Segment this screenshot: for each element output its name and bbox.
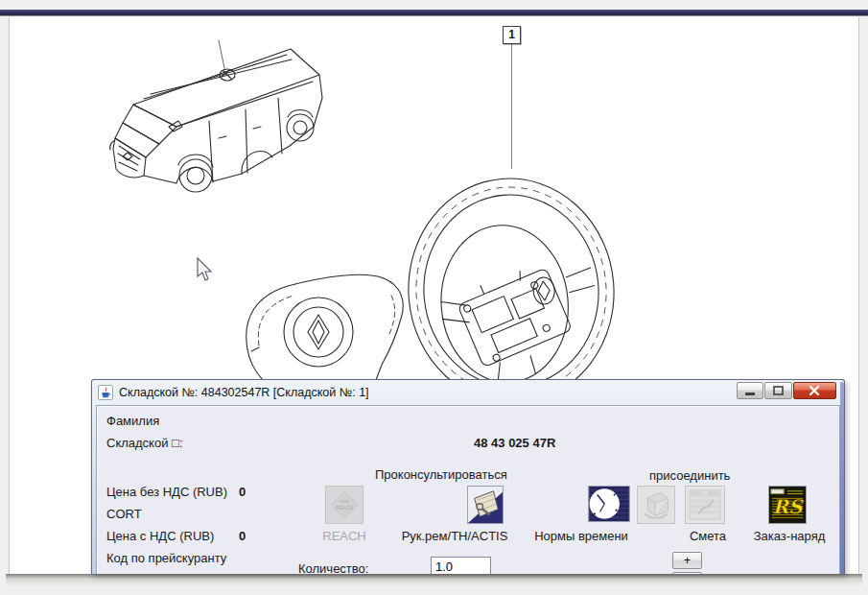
mouse-cursor — [196, 257, 213, 282]
svg-text:REACH: REACH — [336, 505, 353, 511]
price-inc-vat-label: Цена с НДС (RUB) — [106, 529, 214, 543]
actis-manual-icon — [467, 486, 504, 524]
dialog-client-area: Фамилия Складской □: 48 43 025 47R Проко… — [96, 405, 840, 574]
top-accent-bar — [0, 10, 868, 16]
work-order-icon: RS — [768, 486, 807, 524]
svg-text:RS: RS — [773, 495, 805, 518]
attach-cube-icon — [637, 486, 675, 524]
screenshot-root: { "colors": { "accent_navy": "#32325c", … — [0, 0, 868, 595]
quantity-decrement-button[interactable] — [672, 572, 702, 574]
stock-item-dialog: Складской №: 484302547R [Складской №: 1]… — [91, 379, 845, 574]
quantity-increment-button[interactable]: + — [672, 552, 702, 569]
svg-text:Info: Info — [340, 498, 349, 504]
work-order-button[interactable]: RS — [768, 486, 807, 524]
quantity-input[interactable] — [431, 557, 491, 574]
window-drop-shadow — [6, 574, 862, 586]
estimate-button[interactable] — [685, 486, 725, 524]
stock-number-label: Складской □: — [106, 436, 183, 450]
actis-manual-button[interactable] — [467, 486, 504, 524]
quantity-label: Количество: — [298, 561, 368, 574]
java-icon — [98, 385, 113, 400]
car-drawing — [96, 38, 336, 203]
consult-section-label: Проконсультироваться — [375, 467, 507, 482]
attach-section-label: присоединить — [649, 468, 730, 483]
part-number-value: 48 43 025 47R — [474, 436, 555, 450]
price-ex-vat-label: Цена без НДС (RUB) — [106, 485, 227, 499]
attach-part-button[interactable] — [637, 486, 675, 524]
dialog-right-border — [840, 382, 844, 574]
estimate-button-label: Смета — [690, 529, 726, 543]
callout-1[interactable]: 1 — [503, 26, 521, 44]
reach-button[interactable]: Info REACH — [325, 486, 364, 524]
estimate-icon — [685, 486, 725, 524]
callout-leader-line — [511, 44, 512, 169]
maximize-button[interactable] — [764, 382, 792, 399]
steering-wheel-drawing — [398, 161, 628, 384]
close-button[interactable] — [793, 382, 836, 399]
time-standards-button[interactable] — [588, 486, 630, 522]
dialog-title: Складской №: 484302547R [Складской №: 1] — [119, 386, 369, 399]
work-order-button-label: Заказ-наряд — [754, 529, 826, 543]
time-standards-clock-icon — [588, 486, 630, 522]
reach-button-label: REACH — [322, 529, 366, 543]
pricelist-code-label: Код по прейскуранту — [106, 551, 226, 565]
reach-icon: Info REACH — [325, 486, 364, 524]
price-inc-vat-value: 0 — [239, 529, 246, 543]
surname-label: Фамилия — [106, 414, 159, 428]
minimize-button[interactable] — [737, 382, 763, 399]
airbag-cover-drawing — [238, 257, 411, 380]
cort-label: CORT — [106, 507, 142, 521]
price-ex-vat-value: 0 — [239, 485, 246, 499]
time-standards-button-label: Нормы времени — [534, 529, 628, 543]
dialog-titlebar[interactable]: Складской №: 484302547R [Складской №: 1] — [96, 380, 840, 405]
actis-button-label: Рук.рем/ТН/ACTIS — [402, 529, 508, 543]
